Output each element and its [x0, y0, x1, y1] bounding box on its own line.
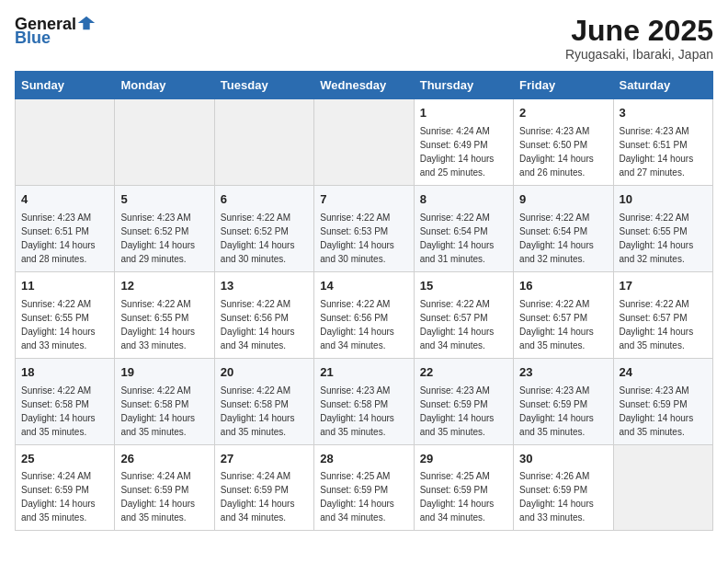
day-info: Sunrise: 4:25 AMSunset: 6:59 PMDaylight:… [420, 469, 507, 524]
calendar-cell: 21Sunrise: 4:23 AMSunset: 6:58 PMDayligh… [314, 358, 414, 444]
week-row-4: 25Sunrise: 4:24 AMSunset: 6:59 PMDayligh… [16, 444, 713, 531]
day-number: 19 [120, 364, 208, 382]
header-wednesday: Wednesday [314, 72, 414, 99]
day-number: 28 [320, 451, 407, 468]
calendar-title: June 2025 [565, 15, 713, 47]
calendar-cell: 25Sunrise: 4:24 AMSunset: 6:59 PMDayligh… [16, 444, 115, 531]
day-info: Sunrise: 4:24 AMSunset: 6:59 PMDaylight:… [120, 469, 208, 524]
calendar-cell: 17Sunrise: 4:22 AMSunset: 6:57 PMDayligh… [613, 271, 712, 358]
day-info: Sunrise: 4:22 AMSunset: 6:55 PMDaylight:… [21, 297, 108, 352]
calendar-cell: 14Sunrise: 4:22 AMSunset: 6:56 PMDayligh… [314, 271, 414, 358]
calendar-cell [214, 99, 313, 186]
day-info: Sunrise: 4:22 AMSunset: 6:54 PMDaylight:… [519, 211, 607, 266]
title-section: June 2025 Ryugasaki, Ibaraki, Japan [565, 15, 713, 62]
calendar-cell: 19Sunrise: 4:22 AMSunset: 6:58 PMDayligh… [115, 358, 214, 444]
header-sunday: Sunday [16, 72, 115, 99]
header-saturday: Saturday [613, 72, 712, 99]
day-info: Sunrise: 4:22 AMSunset: 6:57 PMDaylight:… [420, 297, 507, 352]
calendar-cell: 8Sunrise: 4:22 AMSunset: 6:54 PMDaylight… [414, 186, 513, 272]
day-number: 13 [221, 278, 308, 295]
calendar-cell [115, 99, 214, 186]
calendar-cell: 7Sunrise: 4:22 AMSunset: 6:53 PMDaylight… [314, 186, 414, 272]
day-info: Sunrise: 4:22 AMSunset: 6:58 PMDaylight:… [120, 384, 208, 439]
calendar-cell: 9Sunrise: 4:22 AMSunset: 6:54 PMDaylight… [514, 186, 613, 272]
calendar-cell: 12Sunrise: 4:22 AMSunset: 6:55 PMDayligh… [115, 271, 214, 358]
day-number: 17 [620, 278, 707, 295]
day-number: 23 [519, 364, 607, 382]
calendar-cell: 28Sunrise: 4:25 AMSunset: 6:59 PMDayligh… [314, 444, 414, 531]
calendar-cell: 6Sunrise: 4:22 AMSunset: 6:52 PMDaylight… [214, 186, 313, 272]
day-info: Sunrise: 4:23 AMSunset: 6:59 PMDaylight:… [620, 384, 707, 439]
day-info: Sunrise: 4:23 AMSunset: 6:59 PMDaylight:… [519, 384, 607, 439]
day-info: Sunrise: 4:23 AMSunset: 6:51 PMDaylight:… [620, 124, 707, 179]
day-number: 9 [519, 191, 607, 209]
calendar-cell: 27Sunrise: 4:24 AMSunset: 6:59 PMDayligh… [214, 444, 313, 531]
calendar-cell: 26Sunrise: 4:24 AMSunset: 6:59 PMDayligh… [115, 444, 214, 531]
day-info: Sunrise: 4:22 AMSunset: 6:55 PMDaylight:… [620, 211, 707, 266]
day-number: 30 [519, 451, 607, 468]
calendar-cell: 23Sunrise: 4:23 AMSunset: 6:59 PMDayligh… [514, 358, 613, 444]
day-number: 24 [620, 364, 707, 382]
calendar-subtitle: Ryugasaki, Ibaraki, Japan [565, 47, 713, 62]
day-number: 7 [320, 191, 407, 209]
day-number: 6 [221, 191, 308, 209]
day-info: Sunrise: 4:23 AMSunset: 6:59 PMDaylight:… [420, 384, 507, 439]
calendar-table: SundayMondayTuesdayWednesdayThursdayFrid… [15, 71, 713, 531]
week-row-3: 18Sunrise: 4:22 AMSunset: 6:58 PMDayligh… [16, 358, 713, 444]
header-monday: Monday [115, 72, 214, 99]
day-info: Sunrise: 4:23 AMSunset: 6:50 PMDaylight:… [519, 124, 607, 179]
day-number: 29 [420, 451, 507, 468]
day-info: Sunrise: 4:22 AMSunset: 6:56 PMDaylight:… [221, 297, 308, 352]
day-number: 25 [21, 451, 108, 468]
page-header: General Blue June 2025 Ryugasaki, Ibarak… [15, 15, 713, 62]
day-number: 21 [320, 364, 407, 382]
calendar-cell: 10Sunrise: 4:22 AMSunset: 6:55 PMDayligh… [613, 186, 712, 272]
calendar-cell: 13Sunrise: 4:22 AMSunset: 6:56 PMDayligh… [214, 271, 313, 358]
day-number: 15 [420, 278, 507, 295]
day-info: Sunrise: 4:25 AMSunset: 6:59 PMDaylight:… [320, 469, 407, 524]
svg-marker-0 [78, 17, 95, 30]
day-info: Sunrise: 4:22 AMSunset: 6:52 PMDaylight:… [221, 211, 308, 266]
week-row-1: 4Sunrise: 4:23 AMSunset: 6:51 PMDaylight… [16, 186, 713, 272]
day-number: 18 [21, 364, 108, 382]
calendar-cell: 3Sunrise: 4:23 AMSunset: 6:51 PMDaylight… [613, 99, 712, 186]
calendar-cell: 2Sunrise: 4:23 AMSunset: 6:50 PMDaylight… [514, 99, 613, 186]
calendar-cell: 15Sunrise: 4:22 AMSunset: 6:57 PMDayligh… [414, 271, 513, 358]
day-info: Sunrise: 4:24 AMSunset: 6:59 PMDaylight:… [21, 469, 108, 524]
day-number: 1 [420, 105, 507, 122]
calendar-cell: 30Sunrise: 4:26 AMSunset: 6:59 PMDayligh… [514, 444, 613, 531]
day-number: 27 [221, 451, 308, 468]
calendar-cell: 24Sunrise: 4:23 AMSunset: 6:59 PMDayligh… [613, 358, 712, 444]
calendar-cell: 18Sunrise: 4:22 AMSunset: 6:58 PMDayligh… [16, 358, 115, 444]
calendar-cell: 5Sunrise: 4:23 AMSunset: 6:52 PMDaylight… [115, 186, 214, 272]
day-number: 14 [320, 278, 407, 295]
header-thursday: Thursday [414, 72, 513, 99]
day-number: 26 [120, 451, 208, 468]
calendar-cell: 29Sunrise: 4:25 AMSunset: 6:59 PMDayligh… [414, 444, 513, 531]
day-info: Sunrise: 4:22 AMSunset: 6:53 PMDaylight:… [320, 211, 407, 266]
calendar-cell [613, 444, 712, 531]
calendar-header-row: SundayMondayTuesdayWednesdayThursdayFrid… [16, 72, 713, 99]
day-info: Sunrise: 4:23 AMSunset: 6:58 PMDaylight:… [320, 384, 407, 439]
day-number: 12 [120, 278, 208, 295]
day-info: Sunrise: 4:23 AMSunset: 6:52 PMDaylight:… [120, 211, 208, 266]
day-number: 10 [620, 191, 707, 209]
calendar-cell: 4Sunrise: 4:23 AMSunset: 6:51 PMDaylight… [16, 186, 115, 272]
calendar-cell: 22Sunrise: 4:23 AMSunset: 6:59 PMDayligh… [414, 358, 513, 444]
logo: General Blue [15, 15, 97, 46]
header-tuesday: Tuesday [214, 72, 313, 99]
day-info: Sunrise: 4:24 AMSunset: 6:49 PMDaylight:… [420, 124, 507, 179]
calendar-cell: 20Sunrise: 4:22 AMSunset: 6:58 PMDayligh… [214, 358, 313, 444]
week-row-2: 11Sunrise: 4:22 AMSunset: 6:55 PMDayligh… [16, 271, 713, 358]
day-info: Sunrise: 4:24 AMSunset: 6:59 PMDaylight:… [221, 469, 308, 524]
day-info: Sunrise: 4:26 AMSunset: 6:59 PMDaylight:… [519, 469, 607, 524]
day-number: 16 [519, 278, 607, 295]
day-number: 8 [420, 191, 507, 209]
logo-icon [76, 13, 97, 33]
week-row-0: 1Sunrise: 4:24 AMSunset: 6:49 PMDaylight… [16, 99, 713, 186]
day-info: Sunrise: 4:22 AMSunset: 6:58 PMDaylight:… [21, 384, 108, 439]
calendar-cell [314, 99, 414, 186]
calendar-cell: 16Sunrise: 4:22 AMSunset: 6:57 PMDayligh… [514, 271, 613, 358]
calendar-body: 1Sunrise: 4:24 AMSunset: 6:49 PMDaylight… [16, 99, 713, 531]
header-friday: Friday [514, 72, 613, 99]
